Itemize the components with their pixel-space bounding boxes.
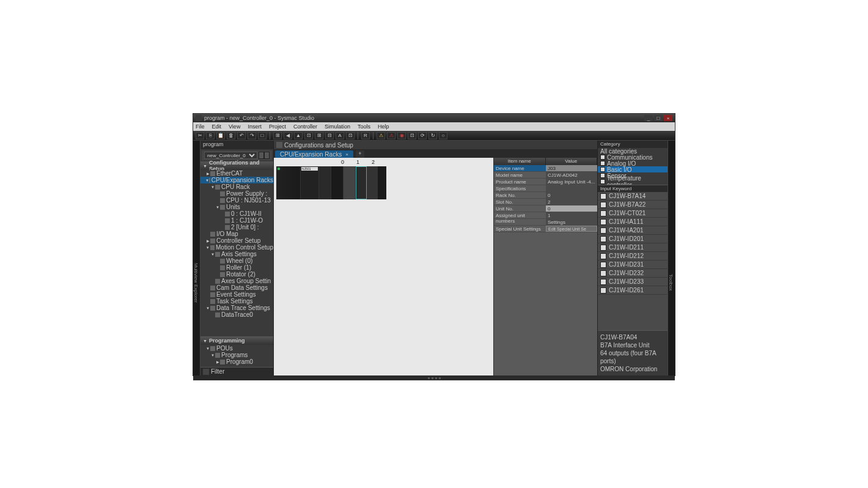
cpu-unit[interactable]: NJ501 — [301, 166, 319, 199]
property-row[interactable]: Settings — [494, 219, 597, 226]
tree-item[interactable]: ▼Programs — [200, 352, 273, 358]
toolbox-item[interactable]: CJ1W-ID261 — [598, 286, 668, 295]
toolbox-item[interactable]: CJ1W-ID201 — [598, 235, 668, 243]
toolbox-item[interactable]: CJ1W-ID211 — [598, 243, 668, 252]
left-vtab[interactable]: Multiview Explorer — [193, 141, 200, 375]
unit-0[interactable] — [331, 166, 344, 199]
maximize-button[interactable]: □ — [654, 115, 663, 121]
right-vtab[interactable]: Toolbox — [668, 141, 675, 375]
config-section-header[interactable]: Configurations and Setup — [200, 161, 273, 170]
menu-tools[interactable]: Tools — [358, 124, 370, 130]
add-tab-button[interactable]: + — [356, 150, 364, 158]
view-toggle[interactable] — [259, 152, 270, 159]
warning-icon[interactable]: ⚠ — [377, 132, 385, 139]
property-value[interactable]: 0 — [546, 192, 597, 198]
toolbox-item[interactable]: CJ1W-ID231 — [598, 261, 668, 269]
property-row[interactable]: Assigned unit numbers1 — [494, 212, 597, 219]
tree-item[interactable]: Axes Group Settin — [200, 278, 273, 284]
unit-1[interactable] — [344, 166, 356, 199]
tree-item[interactable]: 1 : CJ1W-O — [200, 217, 273, 224]
property-row[interactable]: Special Unit SettingsEdit Special Unit S… — [494, 226, 597, 232]
close-button[interactable]: × — [664, 115, 672, 121]
toolbox-item[interactable]: CJ1W-IA201 — [598, 226, 668, 235]
power-supply-unit[interactable] — [276, 166, 301, 199]
tree-item[interactable]: ▶Program0 — [200, 358, 273, 365]
tree-item[interactable]: I/O Map — [200, 231, 273, 237]
titlebar[interactable]: program - new_Controller_0 - Sysmac Stud… — [193, 114, 675, 122]
tree-item[interactable]: ▼CPU Rack — [200, 183, 273, 190]
tb15[interactable]: ⊡ — [346, 132, 355, 139]
end-cover[interactable] — [367, 166, 378, 199]
category-item[interactable]: Analog I/O — [598, 160, 668, 166]
rack[interactable]: NJ501 — [276, 166, 386, 199]
tb10[interactable]: ▲ — [294, 132, 303, 139]
controller-dropdown[interactable]: new_Controller_0 — [204, 152, 257, 159]
tb19[interactable]: ◉ — [397, 132, 406, 139]
minimize-button[interactable]: _ — [644, 115, 653, 121]
tb23[interactable]: ○ — [439, 132, 447, 139]
tab-racks[interactable]: CPU/Expansion Racks × — [275, 150, 353, 158]
error-icon[interactable]: ⚠ — [387, 132, 395, 139]
property-value[interactable]: 1 — [546, 212, 597, 218]
menu-project[interactable]: Project — [269, 124, 286, 130]
undo-button[interactable]: ↶ — [237, 132, 246, 139]
filter-icon[interactable] — [203, 369, 209, 375]
property-value[interactable]: CJ1W-AD042 — [546, 172, 597, 178]
programming-section-header[interactable]: Programming — [200, 336, 273, 345]
tree-item[interactable]: ▼Axis Settings — [200, 251, 273, 257]
property-row[interactable]: Device nameJ03 — [494, 165, 597, 172]
tb22[interactable]: ↻ — [428, 132, 437, 139]
tb21[interactable]: ⟳ — [418, 132, 427, 139]
menu-view[interactable]: View — [229, 124, 240, 130]
rack-canvas[interactable]: 012 NJ501 — [274, 158, 493, 375]
property-value[interactable]: Edit Special Unit Se — [546, 226, 597, 232]
property-value[interactable] — [546, 185, 597, 191]
property-value[interactable]: Settings — [546, 219, 597, 225]
tree-item[interactable]: 2 [Unit 0] : — [200, 224, 273, 231]
property-row[interactable]: Model nameCJ1W-AD042 — [494, 172, 597, 179]
property-value[interactable]: J03 — [546, 165, 597, 171]
delete-button[interactable]: 🗑 — [227, 132, 235, 139]
tree-item[interactable]: Task Settings — [200, 298, 273, 305]
tb11[interactable]: ⊡ — [304, 132, 313, 139]
tree-item[interactable]: 0 : CJ1W-II — [200, 210, 273, 217]
category-item[interactable]: Communications — [598, 154, 668, 160]
toolbox-item[interactable]: CJ1W-B7A22 — [598, 201, 668, 209]
property-row[interactable]: Slot No.2 — [494, 199, 597, 205]
toolbox-item[interactable]: CJ1W-ID212 — [598, 252, 668, 261]
tb12[interactable]: ⊞ — [315, 132, 323, 139]
tree-item[interactable]: Cam Data Settings — [200, 284, 273, 291]
property-value[interactable]: Analog Input Unit -4... — [546, 179, 597, 185]
cut-button[interactable]: ✂ — [196, 132, 204, 139]
redo-button[interactable]: ↷ — [248, 132, 256, 139]
tree-item[interactable]: ▶EtherCAT — [200, 170, 273, 177]
tree-item[interactable]: ▼CPU/Expansion Racks — [200, 177, 273, 183]
menu-simulation[interactable]: Simulation — [325, 124, 350, 130]
property-row[interactable]: Specifications — [494, 185, 597, 192]
category-item[interactable]: Temperature controller — [598, 179, 668, 185]
toolbox-item[interactable]: CJ1W-ID233 — [598, 278, 668, 286]
tb13[interactable]: ⊟ — [325, 132, 334, 139]
menu-controller[interactable]: Controller — [293, 124, 317, 130]
category-item[interactable]: Basic I/O — [598, 166, 668, 172]
tree-item[interactable]: Event Settings — [200, 291, 273, 298]
tree-item[interactable]: CPU : NJ501-13 — [200, 197, 273, 204]
property-row[interactable]: Product nameAnalog Input Unit -4... — [494, 179, 597, 185]
tree-item[interactable]: Roller (1) — [200, 264, 273, 271]
toolbox-item[interactable]: CJ1W-B7A14 — [598, 192, 668, 201]
tree-item[interactable]: ▼Units — [200, 204, 273, 210]
toolbox-item[interactable]: CJ1W-CT021 — [598, 209, 668, 218]
search-button[interactable]: A — [336, 132, 344, 139]
tb8[interactable]: ⊞ — [273, 132, 282, 139]
keyword-header[interactable]: Input Keyword — [598, 185, 668, 192]
toolbox-item[interactable]: CJ1W-ID232 — [598, 269, 668, 278]
toolbox-item[interactable]: CJ1W-IA111 — [598, 218, 668, 226]
tab-close-icon[interactable]: × — [345, 152, 348, 157]
property-row[interactable]: Rack No.0 — [494, 192, 597, 199]
tree-item[interactable]: ▶Controller Setup — [200, 237, 273, 244]
tb7[interactable]: □ — [258, 132, 267, 139]
menu-file[interactable]: File — [196, 124, 205, 130]
tb9[interactable]: ◀ — [284, 132, 292, 139]
menu-insert[interactable]: Insert — [248, 124, 262, 130]
paste-button[interactable]: 📋 — [216, 132, 225, 139]
